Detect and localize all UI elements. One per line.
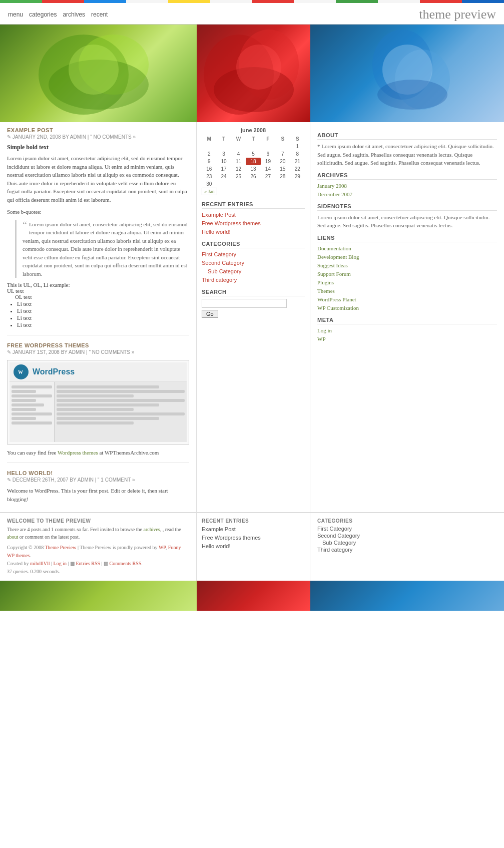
footer-login-link[interactable]: Log in [54, 561, 67, 566]
list-item: Free Wordpress themes [202, 220, 305, 227]
cat-link-4[interactable]: Third category [202, 277, 237, 283]
cat-link-1[interactable]: First Category [202, 251, 236, 257]
list-item: Third category [317, 547, 497, 553]
svg-point-11 [377, 80, 447, 110]
lien-link-8[interactable]: WP Customization [317, 305, 359, 311]
search-form: Go [202, 299, 305, 318]
cal-today: 18 [246, 158, 260, 165]
nav-menu[interactable]: menu [8, 11, 23, 18]
footer-right: CATEGORIES First Category Second Categor… [310, 513, 504, 581]
list-item: Example Post [202, 211, 305, 219]
calendar-table: M T W T F S S 1 2345678 [202, 135, 305, 188]
lien-link-1[interactable]: Documentation [317, 245, 351, 251]
lien-link-5[interactable]: Plugins [317, 279, 334, 285]
footer-mid: RECENT ENTRIES Example Post Free Wordpre… [197, 513, 310, 581]
list-item: Development Blog [317, 253, 497, 261]
footer-cats-list: First Category Second Category Sub Categ… [317, 526, 497, 553]
site-footer: WELCOME TO THEME PREVIEW There are 4 pos… [0, 512, 504, 581]
wp-logo-circle: W [14, 364, 29, 379]
list-item: Li text [17, 308, 189, 314]
post-divider-2 [7, 463, 189, 463]
strip-mid [197, 581, 310, 611]
footer-left-body: There are 4 posts and 1 comments so far.… [7, 526, 189, 541]
post-meta-hw: ✎ DECEMBER 26TH, 2007 BY ADMIN | " 1 COM… [7, 477, 189, 483]
wp-screen-content [10, 382, 187, 442]
list-item: Example Post [202, 526, 305, 533]
banner-right [310, 25, 504, 122]
list-item: Documentation [317, 245, 497, 252]
footer-about-link[interactable]: about [7, 534, 18, 540]
list-item: Third category [202, 276, 305, 284]
archive-link-2[interactable]: December 2007 [317, 191, 352, 197]
post-body-1: Lorem ipsum dolor sit amet, consectetur … [7, 154, 189, 204]
lien-link-2[interactable]: Development Blog [317, 254, 359, 260]
footer-recent-2[interactable]: Free Wordpress themes [202, 535, 261, 541]
banner-area [0, 25, 504, 122]
lien-link-6[interactable]: Themes [317, 288, 335, 294]
post-divider-1 [7, 335, 189, 335]
wp-themes-link[interactable]: Wordpress themes [58, 450, 98, 456]
wp-screen-sidebar [10, 382, 55, 442]
footer-wp-link[interactable]: WP [159, 545, 166, 550]
footer-left: WELCOME TO THEME PREVIEW There are 4 pos… [0, 513, 197, 581]
search-button[interactable]: Go [202, 310, 218, 318]
list-item: Second Category [317, 533, 497, 539]
post-footer-wp: You can easy find free Wordpress themes … [7, 450, 189, 456]
strip-left [0, 581, 197, 611]
meta-heading: META [317, 317, 497, 324]
search-heading: SEARCH [202, 289, 305, 296]
green-banner-image [24, 25, 174, 122]
archives-list: January 2008 December 2007 [317, 182, 497, 198]
list-item: January 2008 [317, 182, 497, 190]
list-item: WordPress Planet [317, 296, 497, 303]
post-blockquote: Lorem ipsum dolor sit amet, consectetur … [15, 220, 189, 278]
lien-link-7[interactable]: WordPress Planet [317, 296, 356, 302]
post-title-hw: HELLO WORLD! [7, 470, 189, 476]
footer-entries-rss-link[interactable]: Entries RSS [76, 561, 100, 566]
footer-comments-rss-link[interactable]: Comments RSS [110, 561, 142, 566]
lien-link-3[interactable]: Suggest Ideas [317, 262, 348, 268]
recent-link-3[interactable]: Hello world! [202, 229, 230, 235]
list-item: December 2007 [317, 191, 497, 198]
post-hello-world: HELLO WORLD! ✎ DECEMBER 26TH, 2007 BY AD… [7, 470, 189, 503]
nav-categories[interactable]: categories [29, 11, 57, 18]
list-item: Second Category [202, 259, 305, 267]
cal-prev-link[interactable]: « Jan [202, 188, 217, 195]
footer-author-link[interactable]: milolllVll [30, 561, 50, 566]
cal-header-m: M [202, 135, 216, 143]
footer-recent-3[interactable]: Hello world! [202, 543, 230, 549]
lien-link-4[interactable]: Support Forum [317, 271, 351, 277]
footer-recent-1[interactable]: Example Post [202, 526, 236, 532]
site-title: theme preview [419, 7, 496, 22]
about-heading: ABOUT [317, 132, 497, 140]
recent-entries-list: Example Post Free Wordpress themes Hello… [202, 211, 305, 236]
post-bquote-label: Some b-quotes: [7, 208, 189, 216]
footer-archives-link[interactable]: archives [143, 527, 160, 532]
main-nav: menu categories archives recent [8, 11, 108, 18]
list-item: Hello world! [202, 543, 305, 550]
list-label: This is UL, OL, Li example: [7, 282, 189, 288]
cat-link-2[interactable]: Second Category [202, 260, 244, 266]
archive-link-1[interactable]: January 2008 [317, 183, 347, 189]
wp-screenshot: W WordPress [7, 360, 189, 445]
cal-header-s2: S [290, 135, 305, 143]
post-title-wp: FREE WORDPRESS THEMES [7, 342, 189, 348]
cal-header-t: T [216, 135, 231, 143]
nav-archives[interactable]: archives [63, 11, 85, 18]
cal-header-t2: T [246, 135, 260, 143]
search-input[interactable] [202, 299, 287, 308]
recent-link-1[interactable]: Example Post [202, 212, 236, 218]
recent-link-2[interactable]: Free Wordpress themes [202, 220, 261, 226]
footer-theme-preview-link[interactable]: Theme Preview [45, 545, 76, 550]
ul-item: UL text [7, 288, 189, 294]
wp-logo-area: W WordPress [10, 362, 187, 382]
post-list-example: This is UL, OL, Li example: UL text OL t… [7, 282, 189, 328]
wp-logo-text: WordPress [33, 367, 75, 376]
site-header: menu categories archives recent theme pr… [0, 3, 504, 25]
calendar: june 2008 M T W T F S S 1 [202, 127, 305, 195]
meta-wp-link[interactable]: WP [317, 336, 326, 342]
post-subtitle: Simple bold text [7, 144, 189, 151]
meta-login-link[interactable]: Log in [317, 327, 332, 333]
nav-recent[interactable]: recent [91, 11, 108, 18]
cat-link-3[interactable]: Sub Category [208, 268, 241, 274]
